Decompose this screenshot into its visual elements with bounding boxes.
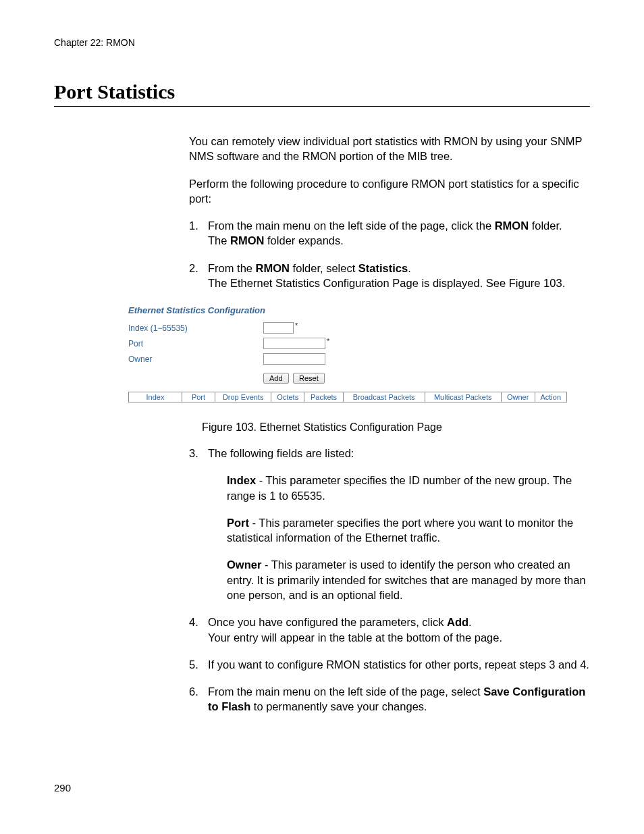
col-octets: Octets <box>271 392 304 402</box>
stats-table: Index Port Drop Events Octets Packets Br… <box>128 392 567 402</box>
col-packets: Packets <box>304 392 344 402</box>
step-number-1: 1. <box>189 218 208 249</box>
page-number: 290 <box>54 782 71 793</box>
input-owner[interactable] <box>263 353 325 365</box>
step-number-4: 4. <box>189 615 208 645</box>
step-4-text: Once you have configured the parameters,… <box>208 615 590 645</box>
col-action: Action <box>535 392 566 402</box>
step-5-text: If you want to configure RMON statistics… <box>208 657 590 672</box>
chapter-label: Chapter 22: RMON <box>54 37 590 48</box>
reset-button[interactable]: Reset <box>293 373 325 384</box>
figure-caption: Figure 103. Ethernet Statistics Configur… <box>54 421 590 434</box>
page-title: Port Statistics <box>54 80 590 103</box>
title-rule <box>54 106 590 107</box>
step-number-5: 5. <box>189 657 208 672</box>
col-port: Port <box>182 392 215 402</box>
def-port: Port - This parameter specifies the port… <box>227 515 590 546</box>
step-1-text: From the main menu on the left side of t… <box>208 218 590 249</box>
label-owner: Owner <box>128 355 263 364</box>
col-broadcast: Broadcast Packets <box>343 392 425 402</box>
input-index[interactable] <box>263 322 294 334</box>
intro-paragraph-1: You can remotely view individual port st… <box>189 134 590 164</box>
step-3-text: The following fields are listed: <box>208 446 590 461</box>
col-index: Index <box>129 392 182 402</box>
col-drop-events: Drop Events <box>215 392 271 402</box>
step-6-text: From the main menu on the left side of t… <box>208 684 590 714</box>
figure-heading: Ethernet Statistics Configuration <box>128 303 567 322</box>
step-number-3: 3. <box>189 446 208 461</box>
col-owner: Owner <box>501 392 535 402</box>
intro-paragraph-2: Perform the following procedure to confi… <box>189 176 590 207</box>
label-port: Port <box>128 339 263 348</box>
add-button[interactable]: Add <box>263 373 289 384</box>
def-owner: Owner - This parameter is used to identi… <box>227 557 590 602</box>
def-index: Index - This parameter specifies the ID … <box>227 473 590 503</box>
col-multicast: Multicast Packets <box>425 392 501 402</box>
step-2-text: From the RMON folder, select Statistics.… <box>208 261 590 291</box>
label-index: Index (1−65535) <box>128 323 263 333</box>
table-header-row: Index Port Drop Events Octets Packets Br… <box>129 392 567 402</box>
input-port[interactable] <box>263 338 325 349</box>
step-number-2: 2. <box>189 261 208 291</box>
step-number-6: 6. <box>189 684 208 714</box>
required-asterisk: * <box>294 321 298 330</box>
required-asterisk: * <box>325 337 329 345</box>
figure-103: Ethernet Statistics Configuration Index … <box>128 303 567 402</box>
